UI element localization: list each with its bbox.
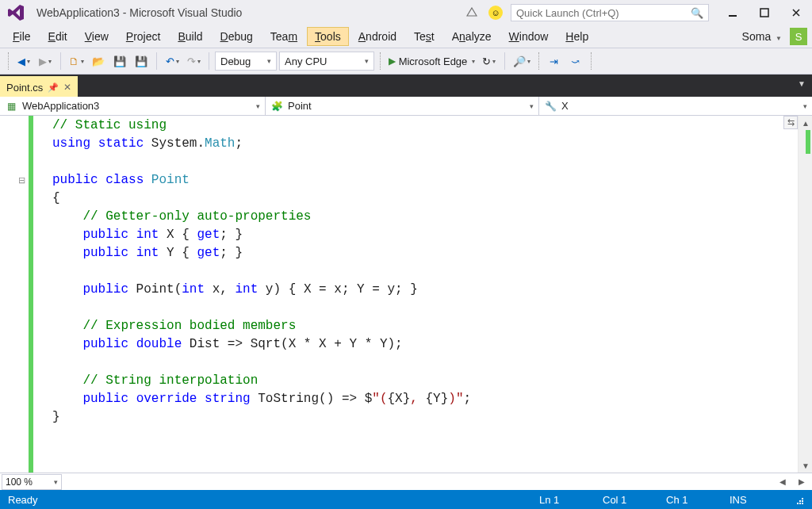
standard-toolbar: ◀▾ ▶▾ 🗋▾ 📂 💾 💾 ↶▾ ↷▾ Debug▾ Any CPU▾ ▶ M… [0,48,812,75]
close-button[interactable] [787,3,806,22]
menu-debug[interactable]: Debug [213,27,261,46]
toolbar-step-into-icon[interactable]: ⇥ [545,52,564,71]
toolbar-step-over-icon[interactable]: ⤻ [566,52,585,71]
vs-logo-icon [5,2,27,24]
find-in-files-button[interactable]: 🔎▾ [511,52,533,71]
resize-grip-icon[interactable] [793,494,804,505]
close-tab-icon[interactable]: ✕ [63,82,71,93]
hscroll-right-icon[interactable]: ▶ [795,475,809,489]
svg-rect-5 [797,503,799,504]
nav-back-button[interactable]: ◀▾ [14,52,33,71]
browser-refresh-button[interactable]: ↻▾ [480,52,499,71]
menu-view[interactable]: View [77,27,117,46]
menu-build[interactable]: Build [170,27,210,46]
tab-overflow-button[interactable]: ▼ [798,79,806,88]
status-col: Col 1 [603,494,642,506]
svg-rect-7 [802,498,803,499]
zoom-dropdown[interactable]: 100 %▾ [2,474,62,490]
svg-rect-0 [729,15,737,17]
save-all-button[interactable]: 💾 [132,52,151,71]
editor-gutter: ⊟ [0,116,46,473]
project-selector[interactable]: ▦ WebApplication3▾ [0,97,266,115]
undo-button[interactable]: ↶▾ [163,52,182,71]
file-tab-label: Point.cs [6,82,43,94]
menu-project[interactable]: Project [118,27,169,46]
menu-tools[interactable]: Tools [307,27,349,46]
nav-forward-button[interactable]: ▶▾ [36,52,55,71]
outlining-margin[interactable]: ⊟ [14,116,29,473]
status-bar: Ready Ln 1 Col 1 Ch 1 INS [0,490,812,509]
svg-rect-1 [760,9,768,17]
scroll-up-icon[interactable]: ▲ [799,116,812,130]
title-bar: WebApplication3 - Microsoft Visual Studi… [0,0,812,25]
csharp-project-icon: ▦ [5,100,17,113]
svg-rect-3 [799,503,801,504]
notifications-icon[interactable] [463,4,481,21]
menu-team[interactable]: Team [262,27,305,46]
change-tracking-bar [29,116,33,473]
status-line: Ln 1 [539,494,579,506]
open-file-button[interactable]: 📂 [89,52,108,71]
menu-test[interactable]: Test [406,27,442,46]
redo-button[interactable]: ↷▾ [184,52,203,71]
new-project-button[interactable]: 🗋▾ [67,52,86,71]
split-editor-icon[interactable]: ⇆ [783,116,798,129]
member-selector[interactable]: 🔧 X▾ [539,97,812,115]
quick-launch-placeholder: Quick Launch (Ctrl+Q) [516,7,691,19]
quick-launch-input[interactable]: Quick Launch (Ctrl+Q) 🔍 [511,4,709,21]
window-title: WebApplication3 - Microsoft Visual Studi… [36,6,242,19]
svg-rect-2 [802,503,803,504]
start-debugging-button[interactable]: ▶ Microsoft Edge ▾ [386,52,477,71]
code-editor[interactable]: ⊟ // Static using using static System.Ma… [0,116,812,473]
code-nav-bar: ▦ WebApplication3▾ 🧩 Point▾ 🔧 X▾ [0,97,812,116]
minimize-button[interactable] [723,3,742,22]
menu-analyze[interactable]: Analyze [444,27,500,46]
svg-rect-4 [802,500,803,502]
save-button[interactable]: 💾 [110,52,129,71]
code-content[interactable]: // Static using using static System.Math… [46,116,798,473]
signed-in-user[interactable]: Soma ▼ [739,30,785,43]
menu-edit[interactable]: Edit [40,27,75,46]
vertical-scrollbar[interactable]: ▲ ▼ [798,116,812,473]
class-icon: 🧩 [270,100,283,113]
solution-config-dropdown[interactable]: Debug▾ [215,52,277,71]
hscroll-left-icon[interactable]: ◀ [776,475,790,489]
status-ready: Ready [8,494,38,506]
menu-file[interactable]: File [5,27,39,46]
svg-rect-6 [799,500,801,502]
feedback-smile-icon[interactable]: ☺ [487,4,504,21]
search-icon: 🔍 [691,7,703,19]
menu-window[interactable]: Window [501,27,557,46]
menu-bar: File Edit View Project Build Debug Team … [0,25,812,48]
document-tab-well: Point.cs 📌 ✕ ▼ [0,75,812,97]
scroll-down-icon[interactable]: ▼ [799,458,812,473]
file-tab-point-cs[interactable]: Point.cs 📌 ✕ [0,76,78,97]
solution-platform-dropdown[interactable]: Any CPU▾ [279,52,374,71]
class-selector[interactable]: 🧩 Point▾ [266,97,539,115]
menu-android[interactable]: Android [350,27,404,46]
editor-footer-bar: 100 %▾ ◀ ▶ [0,473,812,490]
menu-help[interactable]: Help [557,27,596,46]
pin-icon[interactable]: 📌 [48,82,59,93]
user-avatar[interactable]: S [790,28,807,45]
maximize-button[interactable] [755,3,774,22]
scrollbar-change-marker [806,130,810,154]
wrench-icon: 🔧 [544,100,557,113]
status-ins: INS [730,494,769,506]
status-char: Ch 1 [666,494,706,506]
